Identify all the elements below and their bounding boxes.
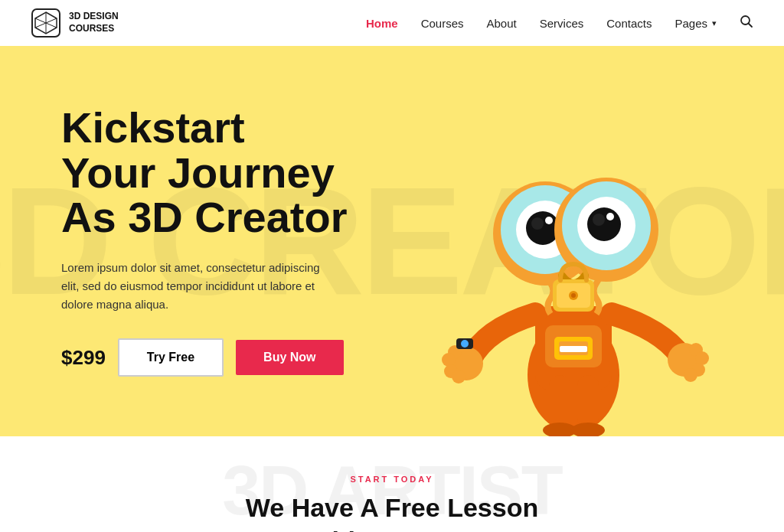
- main-nav: Home Courses About Services Contacts Pag…: [366, 15, 753, 32]
- logo-text: 3D DESIGN COURSES: [69, 11, 119, 34]
- svg-point-34: [545, 217, 553, 224]
- nav-contacts[interactable]: Contacts: [606, 17, 652, 30]
- logo[interactable]: 3D DESIGN COURSES: [31, 8, 119, 38]
- svg-point-39: [593, 214, 605, 226]
- try-free-button[interactable]: Try Free: [118, 338, 224, 377]
- svg-rect-14: [577, 375, 599, 429]
- logo-icon: [31, 8, 61, 38]
- nav-services[interactable]: Services: [540, 17, 584, 30]
- nav-pages[interactable]: Pages ▾: [675, 17, 717, 30]
- svg-point-40: [606, 213, 614, 220]
- hero-description: Lorem ipsum dolor sit amet, consectetur …: [61, 259, 337, 314]
- svg-point-26: [684, 368, 697, 382]
- svg-rect-12: [560, 346, 587, 352]
- hero-section: 3D CREATOR Kickstart Your Journey As 3D …: [0, 46, 784, 436]
- hero-character-image: [409, 54, 738, 436]
- svg-line-6: [749, 23, 753, 27]
- buy-now-button[interactable]: Buy Now: [236, 340, 343, 375]
- hero-content: Kickstart Your Journey As 3D Creator Lor…: [0, 106, 347, 377]
- section-label: START TODAY: [31, 475, 753, 484]
- nav-courses[interactable]: Courses: [421, 17, 464, 30]
- search-icon[interactable]: [740, 15, 753, 32]
- hero-price: $299: [61, 346, 106, 370]
- lesson-section: 3D ARTIST START TODAY We Have A Free Les…: [0, 436, 784, 532]
- hero-title: Kickstart Your Journey As 3D Creator: [61, 106, 347, 240]
- nav-about[interactable]: About: [487, 17, 517, 30]
- section-title: We Have A Free Lesson Waiting For You: [31, 491, 753, 532]
- header: 3D DESIGN COURSES Home Courses About Ser…: [0, 0, 784, 46]
- svg-point-28: [461, 340, 469, 348]
- svg-rect-13: [549, 375, 570, 429]
- hero-actions: $299 Try Free Buy Now: [61, 338, 347, 377]
- chevron-down-icon: ▾: [712, 18, 717, 28]
- svg-point-19: [442, 353, 456, 367]
- svg-point-21: [452, 370, 466, 383]
- svg-point-44: [571, 293, 576, 298]
- svg-point-33: [531, 217, 544, 230]
- nav-home[interactable]: Home: [366, 17, 398, 30]
- svg-point-38: [587, 207, 621, 241]
